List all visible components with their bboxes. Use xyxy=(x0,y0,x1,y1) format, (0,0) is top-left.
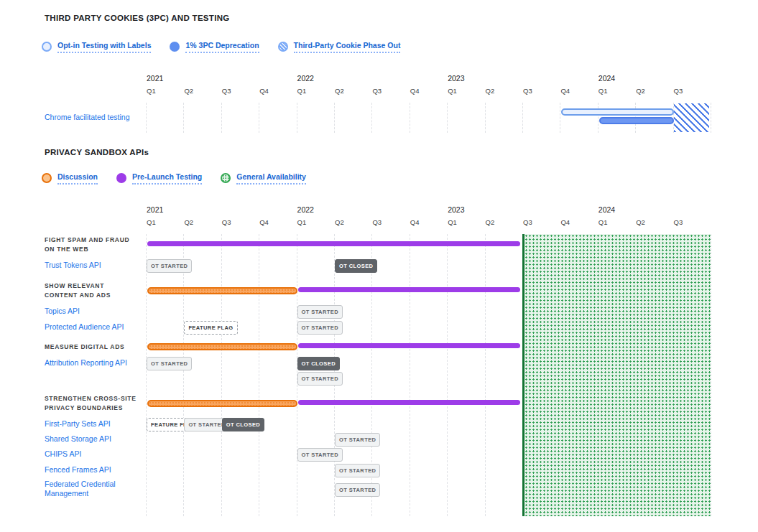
quarter-label-2021-q3: Q3 xyxy=(222,87,231,95)
quarter-label-2022-q3: Q3 xyxy=(372,218,382,226)
badge-ot-started: OT STARTED xyxy=(297,321,343,335)
badge-ot-closed: OT CLOSED xyxy=(297,357,340,370)
grid-line xyxy=(334,103,335,133)
solid-blue-swatch-icon xyxy=(170,42,180,52)
group-header-fight-spam-and-fraud-on-the-web: FIGHT SPAM AND FRAUDON THE WEB xyxy=(45,235,152,254)
badge-ot-started: OT STARTED xyxy=(297,448,343,462)
grid-line xyxy=(259,234,259,516)
bar-third-party-cookie-phase-out xyxy=(674,103,709,133)
legend-label: Opt-in Testing with Labels xyxy=(57,41,151,53)
quarter-label-2023-q2: Q2 xyxy=(486,87,495,95)
grid-line xyxy=(259,103,259,133)
year-label-2021: 2021 xyxy=(147,74,163,83)
quarter-label-2024-q1: Q1 xyxy=(598,87,608,95)
row-link-fenced-frames-api[interactable]: Fenced Frames API xyxy=(45,465,145,475)
row-link-federated-credential-management[interactable]: Federated CredentialManagement xyxy=(45,480,145,498)
row-link-attribution-reporting-api[interactable]: Attribution Reporting API xyxy=(45,358,145,368)
quarter-label-2021-q4: Q4 xyxy=(259,87,269,95)
grid-line xyxy=(711,234,711,516)
legend-item-third-party-cookie-phase-out[interactable]: Third-Party Cookie Phase Out xyxy=(278,41,401,53)
orange-swatch-icon xyxy=(42,173,52,183)
green-swatch-icon xyxy=(221,173,231,183)
bar-opt-in-testing-with-labels xyxy=(561,108,673,116)
row-link-chrome-facilitated-testing[interactable]: Chrome facilitated testing xyxy=(45,113,145,122)
grid-line xyxy=(447,234,448,516)
legend-label: Pre-Launch Testing xyxy=(132,172,202,185)
badge-ot-started: OT STARTED xyxy=(147,357,192,370)
row-link-protected-audience-api[interactable]: Protected Audience API xyxy=(45,322,145,332)
bar-pre-launch-testing xyxy=(298,400,520,405)
badge-ot-started: OT STARTED xyxy=(335,464,380,477)
bar-pre-launch-testing xyxy=(298,343,520,348)
quarter-label-2022-q4: Q4 xyxy=(410,218,420,226)
year-label-2022: 2022 xyxy=(297,205,314,214)
badge-ot-started: OT STARTED xyxy=(335,483,380,497)
quarter-label-2022-q2: Q2 xyxy=(335,218,344,226)
quarter-label-2023-q1: Q1 xyxy=(448,87,457,95)
bar-pre-launch-testing xyxy=(298,287,520,292)
legend-item-pre-launch-testing[interactable]: Pre-Launch Testing xyxy=(116,172,202,185)
row-link-chips-api[interactable]: CHIPS API xyxy=(45,449,145,459)
quarter-label-2023-q1: Q1 xyxy=(448,218,457,226)
legend-apis: DiscussionPre-Launch TestingGeneral Avai… xyxy=(42,172,306,185)
badge-ot-closed: OT CLOSED xyxy=(335,259,377,273)
legend-item-opt-in-testing-with-labels[interactable]: Opt-in Testing with Labels xyxy=(42,41,151,53)
year-label-2024: 2024 xyxy=(598,205,615,214)
legend-item-1-3pc-deprecation[interactable]: 1% 3PC Deprecation xyxy=(170,41,259,53)
grid-line xyxy=(522,103,523,133)
grid-line xyxy=(485,103,486,133)
grid-line xyxy=(598,103,598,133)
quarter-label-2024-q2: Q2 xyxy=(636,218,645,226)
section-title-apis: PRIVACY SANDBOX APIs xyxy=(45,148,149,157)
row-link-first-party-sets-api[interactable]: First-Party Sets API xyxy=(45,419,145,429)
quarter-label-2023-q4: Q4 xyxy=(560,87,570,95)
grid-line xyxy=(221,234,222,516)
quarter-label-2024-q3: Q3 xyxy=(674,218,683,226)
quarter-label-2023-q2: Q2 xyxy=(486,218,495,226)
row-link-shared-storage-api[interactable]: Shared Storage API xyxy=(45,434,145,444)
outline-blue-swatch-icon xyxy=(42,42,52,52)
badge-feature-flag: FEATURE FLAG xyxy=(184,321,237,335)
quarter-label-2024-q2: Q2 xyxy=(636,87,645,95)
quarter-label-2023-q3: Q3 xyxy=(523,218,532,226)
grid-line xyxy=(560,103,560,133)
quarter-label-2022-q3: Q3 xyxy=(372,87,382,95)
year-label-2023: 2023 xyxy=(448,205,464,214)
year-label-2022: 2022 xyxy=(297,74,314,83)
grid-line xyxy=(183,103,184,133)
section-title-3pc: THIRD PARTY COOKIES (3PC) AND TESTING xyxy=(45,14,230,22)
quarter-label-2021-q1: Q1 xyxy=(147,87,156,95)
grid-line xyxy=(410,234,410,516)
legend-label: General Availability xyxy=(236,172,306,185)
badge-ot-started: OT STARTED xyxy=(147,259,192,273)
quarter-label-2024-q1: Q1 xyxy=(598,218,608,226)
grid-line xyxy=(297,103,297,133)
badge-ot-started: OT STARTED xyxy=(297,305,343,319)
privacy-sandbox-timeline-page: THIRD PARTY COOKIES (3PC) AND TESTING Op… xyxy=(0,0,758,532)
year-label-2024: 2024 xyxy=(598,74,615,83)
general-availability-region xyxy=(522,234,711,516)
grid-line xyxy=(711,103,711,133)
row-link-topics-api[interactable]: Topics API xyxy=(45,307,145,316)
quarter-label-2022-q4: Q4 xyxy=(410,87,420,95)
grid-line xyxy=(447,103,448,133)
quarter-label-2021-q3: Q3 xyxy=(222,218,231,226)
legend-label: Third-Party Cookie Phase Out xyxy=(294,41,401,53)
legend-item-discussion[interactable]: Discussion xyxy=(42,172,98,185)
purple-swatch-icon xyxy=(116,173,126,183)
grid-line xyxy=(371,103,372,133)
row-link-trust-tokens-api[interactable]: Trust Tokens API xyxy=(45,261,145,270)
bar-1-percent-3pc-deprecation xyxy=(599,117,674,124)
bar-discussion xyxy=(147,287,297,294)
grid-line xyxy=(183,234,184,516)
grid-line xyxy=(146,234,147,516)
year-label-2023: 2023 xyxy=(448,74,464,83)
legend-label: Discussion xyxy=(57,172,98,185)
bar-pre-launch-testing xyxy=(147,241,520,246)
quarter-label-2024-q3: Q3 xyxy=(674,87,683,95)
legend-item-general-availability[interactable]: General Availability xyxy=(221,172,306,185)
badge-ot-started: OT STARTED xyxy=(297,372,343,386)
grid-line xyxy=(221,103,222,133)
quarter-label-2021-q4: Q4 xyxy=(259,218,269,226)
badge-ot-closed: OT CLOSED xyxy=(222,418,264,431)
